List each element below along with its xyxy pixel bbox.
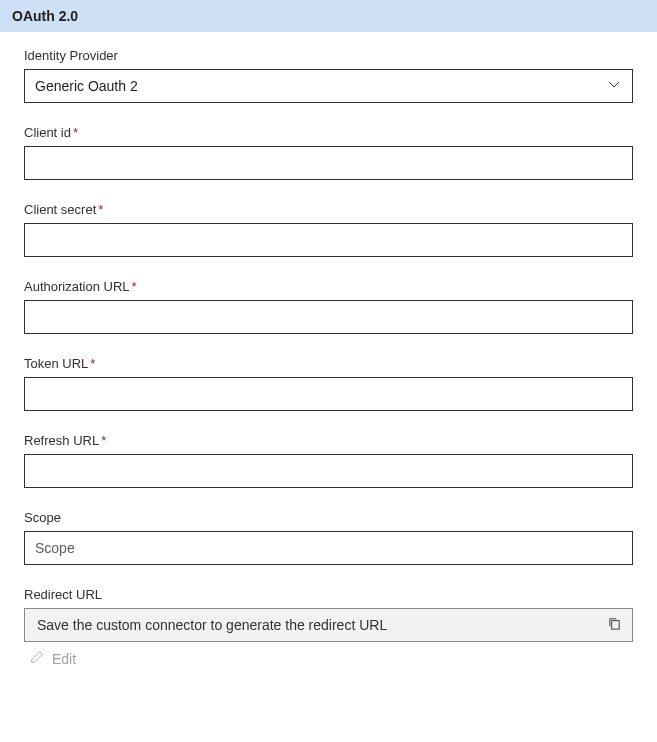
label-identity-provider: Identity Provider xyxy=(24,48,633,63)
label-scope: Scope xyxy=(24,510,633,525)
label-authorization-url: Authorization URL* xyxy=(24,279,633,294)
pencil-icon xyxy=(30,650,44,667)
input-refresh-url[interactable] xyxy=(24,454,633,488)
field-identity-provider: Identity Provider xyxy=(24,48,633,103)
input-client-secret[interactable] xyxy=(24,223,633,257)
field-refresh-url: Refresh URL* xyxy=(24,433,633,488)
label-token-url: Token URL* xyxy=(24,356,633,371)
copy-icon xyxy=(607,616,622,634)
section-title: OAuth 2.0 xyxy=(12,8,78,24)
required-mark: * xyxy=(98,202,103,217)
required-mark: * xyxy=(101,433,106,448)
edit-link[interactable]: Edit xyxy=(24,650,76,667)
required-mark: * xyxy=(90,356,95,371)
redirect-url-text: Save the custom connector to generate th… xyxy=(37,617,596,633)
section-header: OAuth 2.0 xyxy=(0,0,657,32)
select-identity-provider-wrap xyxy=(24,69,633,103)
edit-label: Edit xyxy=(52,651,76,667)
field-token-url: Token URL* xyxy=(24,356,633,411)
required-mark: * xyxy=(73,125,78,140)
input-authorization-url[interactable] xyxy=(24,300,633,334)
field-client-secret: Client secret* xyxy=(24,202,633,257)
input-client-id[interactable] xyxy=(24,146,633,180)
field-authorization-url: Authorization URL* xyxy=(24,279,633,334)
input-scope[interactable] xyxy=(24,531,633,565)
label-client-id: Client id* xyxy=(24,125,633,140)
label-refresh-url: Refresh URL* xyxy=(24,433,633,448)
label-client-secret: Client secret* xyxy=(24,202,633,217)
svg-rect-0 xyxy=(612,621,620,629)
required-mark: * xyxy=(132,279,137,294)
oauth-form: Identity Provider Client id* Client secr… xyxy=(0,32,657,681)
input-token-url[interactable] xyxy=(24,377,633,411)
readonly-redirect-url: Save the custom connector to generate th… xyxy=(24,608,633,642)
label-redirect-url: Redirect URL xyxy=(24,587,633,602)
copy-button[interactable] xyxy=(603,612,626,638)
field-client-id: Client id* xyxy=(24,125,633,180)
field-redirect-url: Redirect URL Save the custom connector t… xyxy=(24,587,633,667)
select-identity-provider[interactable] xyxy=(24,69,633,103)
field-scope: Scope xyxy=(24,510,633,565)
